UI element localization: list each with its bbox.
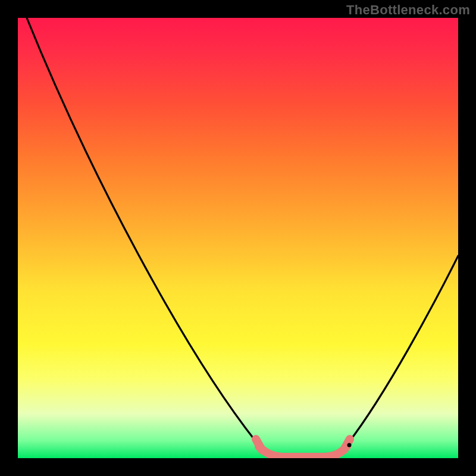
plateau-marker (259, 446, 347, 457)
watermark-text: TheBottleneck.com (346, 2, 470, 18)
left-plateau-end (256, 439, 262, 450)
bottleneck-curve (27, 18, 458, 457)
curve-layer (18, 18, 458, 458)
plot-area (18, 18, 458, 458)
chart-frame: TheBottleneck.com (0, 0, 476, 476)
right-knee-dot (347, 443, 352, 447)
